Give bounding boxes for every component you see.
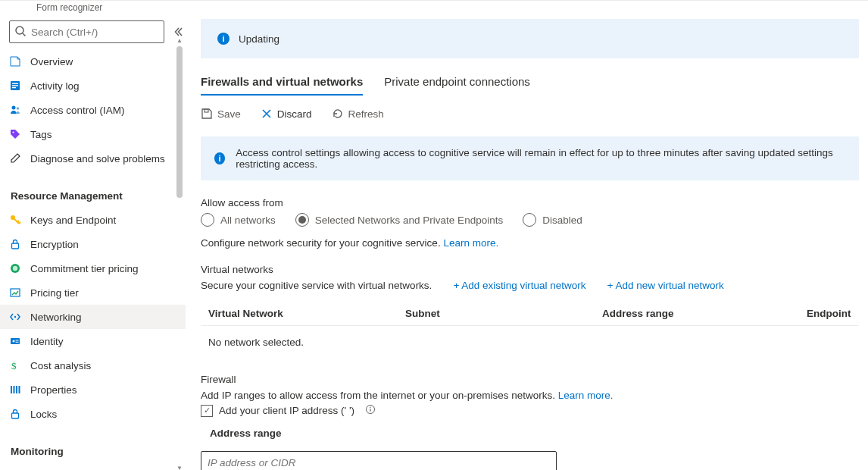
sidebar-item-identity[interactable]: Identity: [0, 329, 186, 353]
add-existing-vnet-link[interactable]: + Add existing virtual network: [453, 280, 585, 291]
svg-rect-3: [12, 83, 18, 84]
firewall-sub-sentence: Add IP ranges to allow access from the i…: [201, 390, 555, 401]
radio-label: Selected Networks and Private Endpoints: [315, 215, 503, 226]
svg-point-16: [13, 340, 15, 343]
sidebar-item-alerts[interactable]: Alerts: [0, 463, 186, 470]
key-icon: [9, 214, 21, 226]
pricing-icon: [9, 287, 21, 299]
lock-icon: [9, 238, 21, 250]
vnet-heading: Virtual networks: [201, 264, 859, 275]
svg-rect-18: [16, 342, 19, 343]
activity-log-icon: [9, 80, 21, 92]
sidebar-item-label: Cost analysis: [30, 360, 91, 371]
search-input-wrap[interactable]: [9, 20, 164, 43]
sidebar-item-access-control[interactable]: Access control (IAM): [0, 98, 186, 122]
col-virtual-network: Virtual Network: [208, 308, 405, 319]
info-icon: i: [214, 152, 225, 164]
svg-rect-17: [16, 340, 19, 341]
svg-point-6: [12, 106, 16, 110]
refresh-label: Refresh: [348, 108, 384, 120]
sidebar-item-label: Keys and Endpoint: [30, 215, 116, 226]
sidebar-item-activity-log[interactable]: Activity log: [0, 74, 186, 98]
radio-all-networks[interactable]: All networks: [201, 213, 276, 227]
sidebar-item-locks[interactable]: Locks: [0, 402, 186, 426]
updating-banner: i Updating: [201, 19, 859, 58]
radio-label: All networks: [220, 215, 276, 226]
svg-rect-4: [12, 85, 18, 86]
info-note: i Access control settings allowing acces…: [201, 136, 859, 180]
add-new-vnet-link[interactable]: + Add new virtual network: [607, 280, 724, 291]
svg-line-1: [23, 33, 26, 36]
sidebar-item-label: Properties: [30, 384, 77, 396]
sidebar-item-label: Overview: [30, 56, 73, 67]
svg-rect-15: [11, 338, 20, 344]
client-ip-checkbox[interactable]: ✓: [201, 405, 213, 417]
properties-icon: [9, 384, 21, 396]
sidebar-scrollbar[interactable]: ▲▼: [175, 46, 186, 470]
access-control-icon: [9, 104, 21, 116]
refresh-button[interactable]: Refresh: [332, 108, 384, 120]
svg-point-12: [13, 266, 17, 271]
tab-firewalls[interactable]: Firewalls and virtual networks: [201, 75, 363, 96]
svg-point-7: [17, 107, 20, 110]
sidebar-item-keys[interactable]: Keys and Endpoint: [0, 208, 186, 232]
sidebar-item-pricing[interactable]: Pricing tier: [0, 280, 186, 305]
svg-point-0: [16, 27, 23, 34]
svg-rect-23: [19, 386, 20, 393]
svg-rect-29: [370, 407, 370, 408]
svg-text:$: $: [11, 360, 17, 371]
discard-button[interactable]: Discard: [261, 108, 312, 120]
sidebar-item-commitment[interactable]: Commitment tier pricing: [0, 256, 186, 280]
search-input[interactable]: [31, 27, 159, 38]
vnet-subtext: Secure your cognitive service with virtu…: [201, 280, 432, 291]
svg-rect-5: [12, 87, 16, 88]
vnet-table-header: Virtual Network Subnet Address range End…: [201, 302, 859, 326]
sidebar-item-cost[interactable]: $ Cost analysis: [0, 353, 186, 378]
allow-access-label: Allow access from: [201, 197, 859, 208]
svg-rect-28: [370, 409, 370, 412]
networking-icon: [9, 311, 21, 323]
address-range-input[interactable]: [201, 451, 557, 470]
discard-label: Discard: [277, 108, 312, 120]
vnet-empty-row: No network selected.: [201, 326, 859, 359]
save-button[interactable]: Save: [201, 108, 241, 120]
sidebar-item-label: Tags: [30, 129, 52, 140]
svg-point-8: [13, 132, 14, 133]
tab-private-endpoints[interactable]: Private endpoint connections: [384, 75, 530, 96]
help-sentence: Configure network security for your cogn…: [201, 237, 441, 249]
radio-label: Disabled: [542, 215, 582, 226]
resource-type: Form recognizer: [0, 1, 186, 16]
info-outline-icon[interactable]: [365, 404, 376, 417]
banner-text: Updating: [239, 33, 279, 45]
sidebar-item-encryption[interactable]: Encryption: [0, 232, 186, 256]
sidebar-item-label: Pricing tier: [30, 287, 79, 299]
col-address-range: Address range: [602, 308, 807, 319]
sidebar-item-label: Networking: [30, 312, 82, 323]
section-monitoring: Monitoring: [0, 435, 186, 462]
locks-icon: [9, 408, 21, 420]
sidebar-item-label: Commitment tier pricing: [30, 263, 139, 274]
sidebar-item-label: Diagnose and solve problems: [30, 153, 165, 164]
sidebar-item-label: Activity log: [30, 80, 80, 92]
learn-more-link[interactable]: Learn more.: [443, 237, 498, 249]
identity-icon: [9, 335, 21, 347]
search-icon: [14, 25, 27, 39]
overview-icon: [9, 55, 21, 67]
client-ip-label: Add your client IP address (' '): [219, 405, 354, 416]
firewall-learn-more-link[interactable]: Learn more.: [558, 390, 614, 401]
radio-selected-networks[interactable]: Selected Networks and Private Endpoints: [295, 213, 503, 227]
svg-rect-13: [11, 289, 20, 296]
sidebar-item-tags[interactable]: Tags: [0, 122, 186, 146]
diagnose-icon: [9, 152, 21, 164]
sidebar-item-networking[interactable]: Networking: [0, 305, 186, 329]
sidebar-item-properties[interactable]: Properties: [0, 378, 186, 402]
radio-disabled[interactable]: Disabled: [523, 213, 582, 227]
section-resource-mgmt: Resource Management: [0, 180, 186, 206]
sidebar-item-diagnose[interactable]: Diagnose and solve problems: [0, 146, 186, 171]
sidebar-item-label: Access control (IAM): [30, 105, 125, 116]
sidebar-item-overview[interactable]: Overview: [0, 49, 186, 74]
firewall-subtext: Add IP ranges to allow access from the i…: [201, 390, 859, 401]
col-endpoint: Endpoint: [807, 308, 851, 319]
svg-rect-20: [11, 386, 12, 393]
note-text: Access control settings allowing access …: [236, 147, 845, 170]
